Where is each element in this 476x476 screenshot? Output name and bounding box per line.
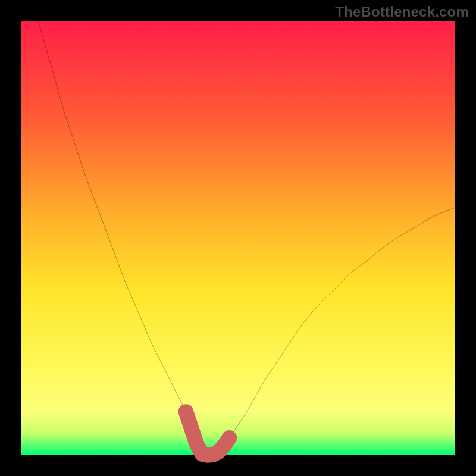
bottleneck-curve — [38, 21, 455, 456]
plot-area — [21, 21, 455, 455]
chart-frame: TheBottleneck.com — [0, 0, 476, 476]
flat-region-dot-right — [225, 434, 234, 443]
watermark-text: TheBottleneck.com — [335, 4, 469, 20]
flat-region-dot-left — [181, 408, 190, 416]
bottleneck-curve-svg — [21, 21, 455, 455]
flat-region-marker — [186, 412, 229, 455]
